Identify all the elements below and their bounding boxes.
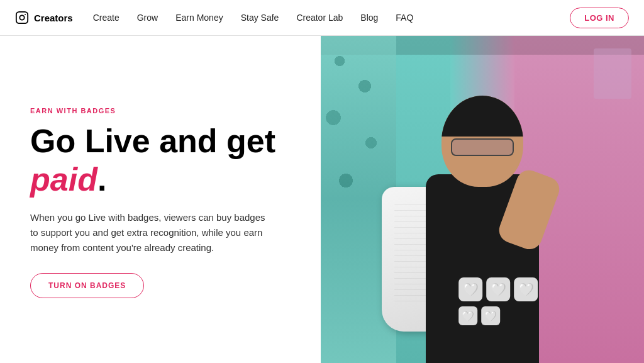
hero-right: 🤍 🤍 🤍 🤍 🤍 <box>321 36 644 363</box>
brand-logo[interactable]: Creators <box>15 11 73 25</box>
instagram-icon <box>15 11 29 25</box>
badge-row-bottom: 🤍 🤍 <box>458 306 538 325</box>
hero-headline-line2: paid. <box>30 162 291 198</box>
main-content: EARN WITH BADGES Go Live and get paid. W… <box>0 36 644 363</box>
nav-blog[interactable]: Blog <box>360 13 378 23</box>
hero-period: . <box>97 161 106 198</box>
navbar: Creators Create Grow Earn Money Stay Saf… <box>0 0 644 36</box>
hero-paid-word: paid <box>30 161 97 198</box>
nav-earn-money[interactable]: Earn Money <box>175 13 223 23</box>
hero-eyebrow: EARN WITH BADGES <box>30 107 291 114</box>
nav-grow[interactable]: Grow <box>137 13 158 23</box>
person-hair <box>441 96 523 137</box>
nav-stay-safe[interactable]: Stay Safe <box>241 13 279 23</box>
login-button[interactable]: LOG IN <box>570 8 629 28</box>
navbar-actions: LOG IN <box>570 8 629 28</box>
svg-rect-0 <box>16 12 28 23</box>
nav-links: Create Grow Earn Money Stay Safe Creator… <box>93 13 570 23</box>
nav-creator-lab[interactable]: Creator Lab <box>296 13 343 23</box>
nav-create[interactable]: Create <box>93 13 119 23</box>
person-glasses <box>451 138 514 156</box>
badge-row-top: 🤍 🤍 🤍 <box>458 277 538 301</box>
nav-faq[interactable]: FAQ <box>396 13 413 23</box>
heart-badge-1: 🤍 <box>458 277 482 301</box>
wall-decor <box>594 48 631 99</box>
hero-left: EARN WITH BADGES Go Live and get paid. W… <box>0 36 321 363</box>
svg-point-2 <box>25 14 26 15</box>
heart-badge-2: 🤍 <box>486 277 510 301</box>
hero-headline-line1: Go Live and get <box>30 123 291 159</box>
hero-description: When you go Live with badges, viewers ca… <box>30 210 269 255</box>
heart-badge-small-2: 🤍 <box>481 306 500 325</box>
cta-badges-button[interactable]: TURN ON BADGES <box>30 273 144 298</box>
svg-point-1 <box>19 15 24 20</box>
heart-badge-3: 🤍 <box>514 277 538 301</box>
person-head <box>441 96 523 187</box>
badges-overlay: 🤍 🤍 🤍 🤍 🤍 <box>458 277 538 325</box>
heart-badge-small-1: 🤍 <box>458 306 477 325</box>
hero-image: 🤍 🤍 🤍 🤍 🤍 <box>321 36 644 363</box>
brand-name: Creators <box>34 13 73 23</box>
